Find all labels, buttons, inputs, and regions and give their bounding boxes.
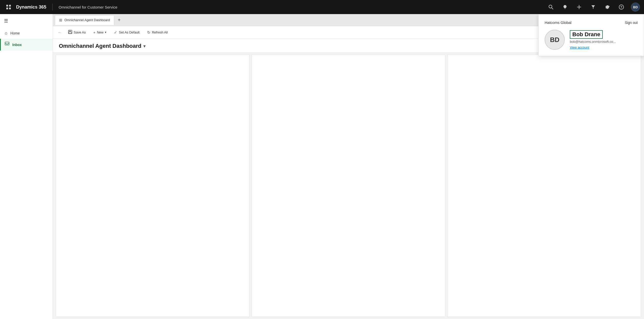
dashboard-panel-3 [447,55,641,317]
add-button[interactable] [575,3,584,12]
user-avatar-button[interactable]: BD [631,3,640,12]
org-name: Hatcoms Global [545,20,572,25]
dashboard-title-chevron[interactable]: ▾ [143,44,145,49]
back-button[interactable]: ← [56,28,64,36]
nav-divider [52,4,53,11]
sidebar-home-label: Home [10,31,20,35]
new-label: New [97,30,103,34]
save-as-label: Save As [74,30,86,34]
svg-marker-8 [591,5,595,9]
top-nav-left: Dynamics 365 Omnichannel for Customer Se… [4,3,546,12]
hamburger-icon: ☰ [4,18,8,24]
home-icon: ⌂ [5,31,7,36]
svg-text:?: ? [620,5,622,9]
save-as-icon [68,30,72,35]
sidebar-nav: ⌂ Home Inbox [0,28,53,319]
view-account-link[interactable]: View account [570,46,638,49]
dashboard-panel-2 [252,55,445,317]
profile-avatar-large: BD [545,30,565,50]
content-area: ⊞ Omnichannel Agent Dashboard + ← Save A… [53,14,644,319]
top-nav-bar: Dynamics 365 Omnichannel for Customer Se… [0,0,644,14]
new-button[interactable]: + New ▾ [90,28,110,36]
filter-button[interactable] [589,3,598,12]
svg-line-5 [552,8,553,9]
sign-out-button[interactable]: Sign out [625,21,638,25]
sidebar: ☰ ⌂ Home Inbox [0,14,53,319]
tab-dashboard-label: Omnichannel Agent Dashboard [64,18,110,22]
inbox-icon [5,42,9,48]
module-name: Omnichannel for Customer Service [59,5,117,9]
profile-email: bob@hatcoms.onmicrosoft.co... [570,40,638,44]
search-button[interactable] [546,3,555,12]
profile-user-name: Bob Drane [570,30,603,39]
refresh-all-button[interactable]: ↻ Refresh All [144,28,171,36]
svg-rect-13 [69,30,71,31]
profile-info: BD Bob Drane bob@hatcoms.onmicrosoft.co.… [545,30,638,50]
dashboard-tab-icon: ⊞ [59,18,62,22]
main-layout: ☰ ⌂ Home Inbox ⊞ Omnich [0,14,644,319]
dashboard-content [53,53,644,319]
save-as-button[interactable]: Save As [65,28,89,36]
set-as-default-button[interactable]: ✓ Set As Default [111,28,143,36]
refresh-icon: ↻ [147,30,150,35]
new-chevron-icon: ▾ [105,31,106,34]
sidebar-inbox-label: Inbox [12,43,22,47]
svg-rect-2 [6,8,8,9]
settings-button[interactable] [603,3,612,12]
svg-rect-14 [69,32,72,33]
help-button[interactable]: ? [617,3,626,12]
profile-popup-header: Hatcoms Global Sign out [545,20,638,25]
sidebar-item-home[interactable]: ⌂ Home [0,28,53,39]
back-arrow-icon: ← [58,30,62,35]
svg-rect-3 [9,8,11,9]
checkmark-icon: ✓ [114,30,117,35]
tab-dashboard[interactable]: ⊞ Omnichannel Agent Dashboard [55,15,114,25]
profile-popup: Hatcoms Global Sign out BD Bob Drane bob… [538,14,644,56]
dashboard-title-text: Omnichannel Agent Dashboard [59,43,141,49]
svg-rect-0 [6,5,8,7]
sidebar-toggle-button[interactable]: ☰ [0,14,53,28]
svg-rect-1 [9,5,11,7]
dashboard-panel-1 [56,55,250,317]
top-nav-right: ? BD [546,3,640,12]
refresh-all-label: Refresh All [152,30,168,34]
app-name: Dynamics 365 [16,5,46,10]
svg-point-4 [549,5,552,8]
profile-details: Bob Drane bob@hatcoms.onmicrosoft.co... … [570,30,638,49]
lightbulb-button[interactable] [560,3,570,12]
grid-menu-button[interactable] [4,3,13,12]
new-icon: + [93,30,96,34]
sidebar-item-inbox[interactable]: Inbox [0,39,53,51]
add-tab-button[interactable]: + [115,16,123,24]
set-as-default-label: Set As Default [119,30,139,34]
